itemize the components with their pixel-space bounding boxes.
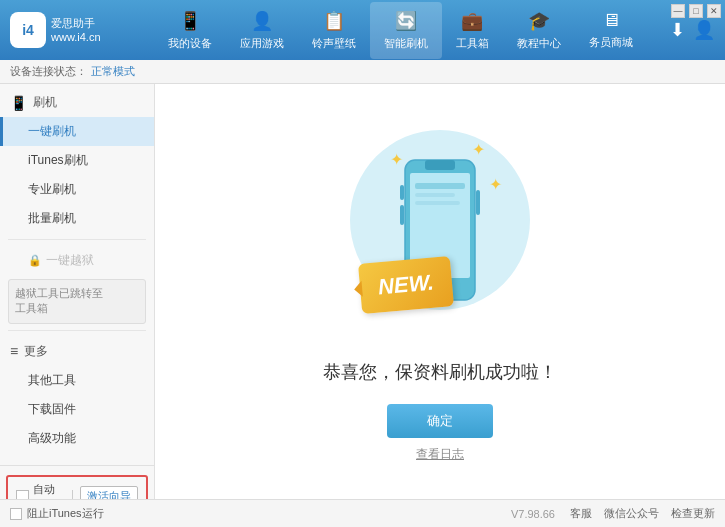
content-area: ✦ ✦ ✦ NEW. (155, 84, 725, 499)
svg-rect-8 (400, 205, 404, 225)
success-message: 恭喜您，保资料刷机成功啦！ (323, 360, 557, 384)
svg-rect-3 (415, 193, 455, 197)
sidebar-header-more: ≡ 更多 (0, 337, 154, 366)
sidebar-header-flash: 📱 刷机 (0, 88, 154, 117)
sidebar: 📱 刷机 一键刷机 iTunes刷机 专业刷机 批量刷机 🔒 一键越狱 越狱工具… (0, 84, 155, 499)
guide-button[interactable]: 激活向导 (80, 486, 138, 499)
sidebar-item-advanced[interactable]: 高级功能 (0, 424, 154, 453)
itunes-checkbox[interactable] (10, 508, 22, 520)
nav-flash[interactable]: 🔄 智能刷机 (370, 2, 442, 59)
sidebar-item-pro[interactable]: 专业刷机 (0, 175, 154, 204)
version-label: V7.98.66 (511, 508, 555, 520)
confirm-button[interactable]: 确定 (387, 404, 493, 438)
logo-text: 爱思助手 www.i4.cn (51, 16, 101, 45)
logo: i4 爱思助手 www.i4.cn (10, 12, 130, 48)
minimize-button[interactable]: — (671, 4, 685, 18)
user-icon[interactable]: 👤 (693, 19, 715, 41)
sidebar-jailbreak-notice: 越狱工具已跳转至工具箱 (8, 279, 146, 324)
status-links: 客服 微信公众号 检查更新 (570, 506, 715, 521)
nav-bar: 📱 我的设备 👤 应用游戏 📋 铃声壁纸 🔄 智能刷机 💼 工具箱 🎓 教程中心… (130, 2, 670, 59)
svg-rect-9 (476, 190, 480, 215)
flash-section-icon: 📱 (10, 95, 27, 111)
sidebar-item-download-firmware[interactable]: 下载固件 (0, 395, 154, 424)
svg-rect-4 (415, 201, 460, 205)
tutorials-icon: 🎓 (528, 10, 550, 32)
log-link[interactable]: 查看日志 (416, 446, 464, 463)
nav-ringtones[interactable]: 📋 铃声壁纸 (298, 2, 370, 59)
sidebar-item-itunes[interactable]: iTunes刷机 (0, 146, 154, 175)
sidebar-divider-2 (8, 330, 146, 331)
sidebar-section-more: ≡ 更多 其他工具 下载固件 高级功能 (0, 337, 154, 453)
sidebar-divider-1 (8, 239, 146, 240)
close-button[interactable]: ✕ (707, 4, 721, 18)
sidebar-item-other-tools[interactable]: 其他工具 (0, 366, 154, 395)
ringtones-icon: 📋 (323, 10, 345, 32)
phone-illustration: ✦ ✦ ✦ NEW. (340, 120, 540, 340)
maximize-button[interactable]: □ (689, 4, 703, 18)
logo-icon: i4 (10, 12, 46, 48)
topbar-right: ⬇ 👤 (670, 19, 715, 41)
sidebar-section-jailbreak: 🔒 一键越狱 越狱工具已跳转至工具箱 (0, 246, 154, 324)
svg-rect-2 (415, 183, 465, 189)
flash-icon: 🔄 (395, 10, 417, 32)
status-link-wechat[interactable]: 微信公众号 (604, 506, 659, 521)
sidebar-section-flash: 📱 刷机 一键刷机 iTunes刷机 专业刷机 批量刷机 (0, 88, 154, 233)
sparkle-icon-3: ✦ (489, 175, 502, 194)
status-link-update[interactable]: 检查更新 (671, 506, 715, 521)
sidebar-header-jailbreak: 🔒 一键越狱 (0, 246, 154, 275)
breadcrumb: 设备连接状态： 正常模式 (0, 60, 725, 84)
nav-my-device[interactable]: 📱 我的设备 (154, 2, 226, 59)
nav-shop[interactable]: 🖥 务员商城 (575, 2, 647, 59)
download-icon[interactable]: ⬇ (670, 19, 685, 41)
lock-icon: 🔒 (28, 254, 42, 267)
main-layout: 📱 刷机 一键刷机 iTunes刷机 专业刷机 批量刷机 🔒 一键越狱 越狱工具… (0, 84, 725, 499)
sidebar-item-onekey[interactable]: 一键刷机 (0, 117, 154, 146)
tools-icon: 💼 (461, 10, 483, 32)
nav-tutorials[interactable]: 🎓 教程中心 (503, 2, 575, 59)
nav-tools[interactable]: 💼 工具箱 (442, 2, 503, 59)
status-bar: 阻止iTunes运行 V7.98.66 客服 微信公众号 检查更新 (0, 499, 725, 527)
status-link-support[interactable]: 客服 (570, 506, 592, 521)
topbar: i4 爱思助手 www.i4.cn 📱 我的设备 👤 应用游戏 📋 铃声壁纸 🔄… (0, 0, 725, 60)
more-section-icon: ≡ (10, 343, 18, 359)
nav-apps[interactable]: 👤 应用游戏 (226, 2, 298, 59)
my-device-icon: 📱 (179, 10, 201, 32)
new-badge: NEW. (358, 256, 454, 314)
svg-rect-6 (425, 160, 455, 170)
window-controls: — □ ✕ (671, 4, 721, 18)
auto-activate-checkbox[interactable] (16, 490, 29, 499)
svg-rect-7 (400, 185, 404, 200)
shop-icon: 🖥 (602, 10, 620, 31)
sidebar-item-batch[interactable]: 批量刷机 (0, 204, 154, 233)
auto-activate-section: 自动激活 激活向导 (6, 475, 148, 499)
apps-icon: 👤 (251, 10, 273, 32)
